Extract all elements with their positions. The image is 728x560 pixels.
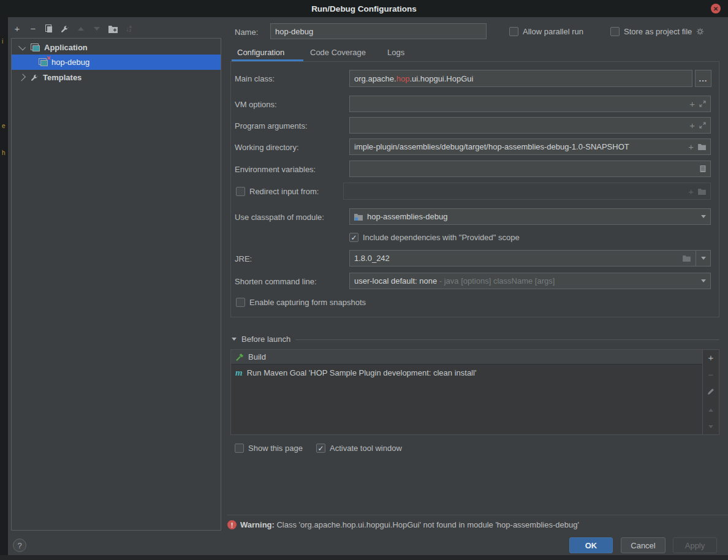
apply-button[interactable]: Apply	[673, 537, 717, 553]
name-label: Name:	[235, 28, 258, 37]
working-directory-value: imple-plugin/assemblies/debug/target/hop…	[354, 142, 684, 151]
main-class-value: org.apache.hop.ui.hopgui.HopGui	[354, 74, 688, 83]
sort-configurations-button[interactable]: ↓ az	[124, 24, 134, 34]
chevron-down-icon	[701, 215, 706, 218]
add-configuration-button[interactable]: +	[12, 24, 22, 34]
tree-item-templates[interactable]: Templates	[12, 70, 221, 85]
working-directory-field[interactable]: imple-plugin/assemblies/debug/target/hop…	[349, 138, 711, 155]
program-arguments-field[interactable]: +	[349, 117, 711, 134]
footer-separator	[227, 515, 728, 515]
remove-configuration-button[interactable]: −	[28, 24, 38, 34]
shorten-command-line-combo[interactable]: user-local default: none - java [options…	[349, 273, 711, 289]
build-hammer-icon	[235, 353, 244, 361]
ok-button[interactable]: OK	[569, 537, 613, 553]
expand-icon[interactable]	[699, 122, 706, 129]
insert-macro-icon[interactable]: +	[689, 121, 695, 129]
tree-item-application[interactable]: Application	[12, 40, 221, 55]
remove-task-button[interactable]: −	[708, 371, 714, 379]
add-task-button[interactable]: +	[708, 354, 714, 362]
move-up-button[interactable]	[76, 24, 86, 34]
main-class-error-part: hop	[396, 74, 410, 83]
activate-tool-window-option: ✓ Activate tool window	[316, 444, 402, 453]
arrow-up-icon	[78, 27, 84, 31]
store-as-project-file-label: Store as project file	[624, 27, 692, 36]
cancel-button[interactable]: Cancel	[621, 537, 665, 553]
background-bottom-strip	[0, 555, 728, 560]
before-launch-header: Before launch	[232, 335, 719, 344]
before-launch-list: Build m Run Maven Goal 'HOP Sample Plugi…	[230, 349, 719, 435]
before-launch-item-build[interactable]: Build	[231, 350, 703, 365]
dialog-title: Run/Debug Configurations	[311, 4, 417, 13]
check-icon: ✓	[317, 445, 324, 452]
before-launch-item-label: Build	[248, 352, 266, 361]
environment-variables-field[interactable]	[349, 161, 711, 177]
dialog-titlebar: Run/Debug Configurations ✕	[0, 0, 728, 17]
shorten-command-line-hint: - java [options] className [args]	[439, 276, 555, 286]
tab-code-coverage[interactable]: Code Coverage	[310, 48, 366, 62]
folder-icon[interactable]	[683, 255, 691, 262]
tree-item-hop-debug[interactable]: ✕ hop-debug	[12, 55, 221, 70]
edit-task-button[interactable]	[707, 388, 715, 395]
close-button[interactable]: ✕	[711, 4, 721, 13]
jre-label: JRE:	[235, 254, 252, 263]
warning-icon: !	[227, 520, 237, 529]
background-window-strip: i e h	[0, 17, 8, 555]
tab-logs[interactable]: Logs	[387, 48, 404, 62]
chevron-down-icon[interactable]	[18, 43, 26, 50]
allow-parallel-run-checkbox[interactable]	[509, 27, 518, 36]
header-rule	[295, 339, 719, 340]
expand-icon[interactable]	[699, 100, 706, 107]
before-launch-toolbar: + −	[702, 350, 719, 434]
tree-item-label: Templates	[43, 73, 82, 82]
insert-macro-icon[interactable]: +	[688, 143, 694, 151]
show-this-page-option: Show this page	[235, 444, 303, 453]
insert-macro-icon[interactable]: +	[689, 100, 695, 108]
wrench-icon	[61, 25, 69, 33]
plus-icon: +	[15, 25, 20, 33]
jre-combo[interactable]: 1.8.0_242	[349, 250, 711, 267]
folder-icon[interactable]	[698, 143, 706, 150]
classpath-module-combo[interactable]: hop-assemblies-debug	[349, 208, 711, 225]
shorten-command-line-label: Shorten command line:	[235, 277, 317, 286]
edit-templates-button[interactable]	[60, 24, 70, 34]
redirect-input-field[interactable]: +	[343, 183, 711, 200]
copy-configuration-button[interactable]	[44, 24, 54, 34]
move-down-button[interactable]	[92, 24, 102, 34]
main-class-label: Main class:	[235, 74, 275, 83]
maven-icon: m	[235, 369, 243, 377]
name-input[interactable]	[270, 23, 487, 39]
form-snapshots-label: Enable capturing form snapshots	[249, 298, 366, 307]
activate-tool-window-checkbox[interactable]: ✓	[316, 444, 325, 453]
create-folder-button[interactable]	[108, 24, 118, 34]
move-task-up-button[interactable]	[708, 409, 713, 412]
warning-message: Warning: Class 'org.apache.hop.ui.hopgui…	[240, 520, 579, 529]
vm-options-field[interactable]: +	[349, 96, 711, 112]
edit-variables-icon[interactable]	[700, 165, 706, 173]
redirect-input-checkbox[interactable]	[236, 187, 245, 196]
jre-dropdown-button[interactable]	[696, 251, 710, 266]
classpath-module-value: hop-assemblies-debug	[367, 212, 697, 221]
chevron-right-icon[interactable]	[18, 74, 26, 81]
store-as-project-file-option: Store as project file	[610, 27, 704, 36]
classpath-module-label: Use classpath of module:	[235, 213, 324, 222]
show-this-page-checkbox[interactable]	[235, 444, 244, 453]
move-task-down-button[interactable]	[708, 425, 713, 428]
redirect-input-label: Redirect input from:	[249, 187, 319, 196]
allow-parallel-run-option: Allow parallel run	[509, 27, 583, 36]
background-fragment: i	[2, 38, 3, 45]
main-class-browse-button[interactable]: ...	[695, 70, 711, 87]
help-button[interactable]: ?	[13, 539, 26, 552]
templates-wrench-icon	[31, 74, 39, 81]
before-launch-item-maven[interactable]: m Run Maven Goal 'HOP Sample Plugin deve…	[231, 365, 703, 380]
collapse-triangle-icon[interactable]	[232, 338, 237, 341]
application-icon	[31, 44, 40, 51]
check-icon: ✓	[351, 234, 357, 241]
store-as-project-file-checkbox[interactable]	[610, 27, 620, 36]
run-config-icon: ✕	[39, 58, 48, 66]
gear-icon[interactable]	[696, 28, 704, 36]
form-snapshots-checkbox[interactable]	[236, 298, 245, 307]
include-provided-checkbox[interactable]: ✓	[349, 233, 358, 242]
main-class-field[interactable]: org.apache.hop.ui.hopgui.HopGui	[349, 70, 692, 87]
jre-value: 1.8.0_242	[354, 254, 679, 263]
chevron-down-icon	[701, 257, 706, 260]
